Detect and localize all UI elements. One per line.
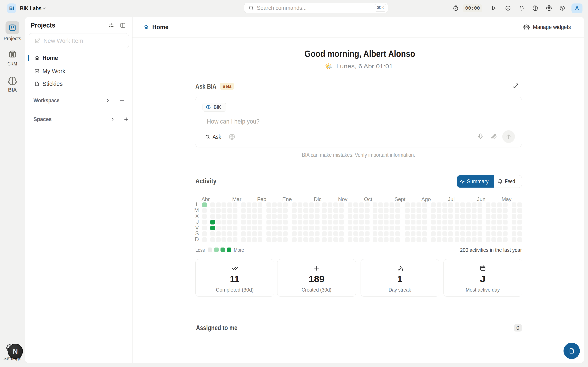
svg-text:Jul: Jul [448, 196, 454, 202]
svg-text:M: M [194, 207, 199, 213]
svg-text:May: May [502, 196, 511, 202]
svg-text:S: S [195, 230, 199, 236]
svg-text:D: D [195, 236, 199, 242]
svg-text:Ene: Ene [282, 196, 292, 202]
svg-text:Sept: Sept [394, 196, 406, 202]
svg-text:X: X [195, 213, 199, 219]
svg-text:V: V [195, 225, 199, 231]
svg-text:Nov: Nov [338, 196, 347, 202]
svg-text:Oct: Oct [364, 196, 372, 202]
svg-text:Jun: Jun [477, 196, 485, 202]
svg-text:Ago: Ago [421, 196, 431, 202]
svg-text:J: J [196, 219, 199, 225]
svg-text:Mar: Mar [232, 196, 242, 202]
svg-text:Dic: Dic [314, 196, 321, 202]
svg-text:Abr: Abr [201, 196, 210, 202]
svg-text:Feb: Feb [257, 196, 267, 202]
svg-text:L: L [196, 201, 199, 208]
